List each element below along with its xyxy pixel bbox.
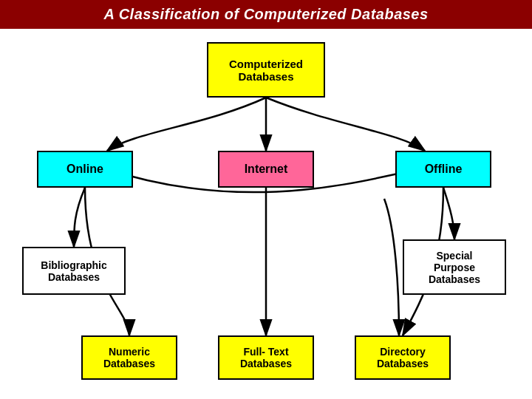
special-purpose-databases-box: Special Purpose Databases	[403, 239, 506, 295]
offline-box: Offline	[395, 151, 491, 188]
fulltext-databases-box: Full- Text Databases	[218, 335, 314, 380]
internet-box: Internet	[218, 151, 314, 188]
bibliographic-databases-box: Bibliographic Databases	[22, 247, 126, 295]
directory-databases-box: Directory Databases	[355, 335, 451, 380]
online-box: Online	[37, 151, 133, 188]
page-title: A Classification of Computerized Databas…	[0, 0, 532, 29]
numeric-databases-box: Numeric Databases	[81, 335, 177, 380]
computerized-databases-box: Computerized Databases	[207, 42, 325, 98]
diagram: Computerized Databases Online Internet O…	[0, 29, 532, 398]
